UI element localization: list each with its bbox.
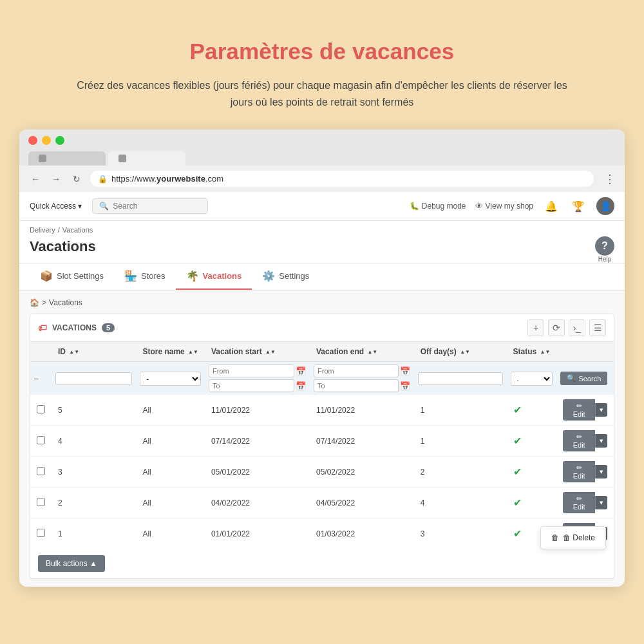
notifications-button[interactable]: 🔔 [542,197,560,215]
reload-button[interactable]: ↻ [70,172,84,186]
end-from-calendar-icon[interactable]: 📅 [400,366,410,376]
row-actions-3: ✏ Edit ▾ [556,457,614,488]
edit-button-4[interactable]: ✏ Edit [563,430,595,451]
help-button[interactable]: ? Help [595,236,614,263]
edit-button-2[interactable]: ✏ Edit [563,492,595,513]
minimize-dot[interactable] [42,136,51,145]
user-avatar[interactable]: 👤 [596,197,614,215]
edit-button-group-5: ✏ Edit ▾ [563,399,607,421]
row-store-3: All [136,457,205,488]
filter-start-from-input[interactable] [209,365,294,377]
export-button[interactable]: ›_ [569,319,585,336]
row-off-days-3: 2 [414,457,507,488]
row-checkbox-5[interactable] [37,405,45,413]
debug-mode-button[interactable]: 🐛 Debug mode [410,202,466,211]
table-section-label: VACATIONS [52,323,97,332]
filter-status-cell: . [507,362,557,395]
columns-button[interactable]: ☰ [589,319,606,336]
row-actions-2: ✏ Edit ▾ [556,488,614,518]
browser-tab-2[interactable] [108,151,185,166]
address-bar: ← → ↻ 🔒 https://www.yourwebsite.com ⋮ [19,166,625,192]
tab-favicon-2 [118,155,126,162]
edit-button-3[interactable]: ✏ Edit [563,461,595,482]
browser-menu-button[interactable]: ⋮ [604,172,616,186]
filter-end-cell: 📅 📅 [310,362,414,395]
filter-end-from-input[interactable] [314,365,399,377]
row-actions-4: ✏ Edit ▾ [556,426,614,457]
vacation-tag-icon: 🏷 [38,323,47,333]
tab-vacations-label: Vacations [203,271,242,281]
start-from-calendar-icon[interactable]: 📅 [296,366,306,376]
tab-settings[interactable]: ⚙️ Settings [252,263,319,290]
filter-offdays-cell [414,362,507,395]
th-actions [556,342,614,362]
th-checkbox [30,342,52,362]
th-off-days[interactable]: Off day(s) ▲▼ [414,342,507,362]
home-icon: 🏠 [30,298,39,307]
refresh-button[interactable]: ⟳ [548,319,565,336]
row-checkbox-2[interactable] [37,498,45,506]
back-button[interactable]: ← [28,172,43,186]
th-store-name[interactable]: Store name ▲▼ [136,342,205,362]
row-checkbox-cell [30,518,52,549]
forward-button[interactable]: → [49,172,63,186]
help-label: Help [598,256,612,263]
tab-vacations[interactable]: 🌴 Vacations [176,263,252,290]
url-bar[interactable]: 🔒 https://www.yourwebsite.com [90,171,594,187]
row-checkbox-1[interactable] [37,529,45,537]
browser-tab-1[interactable] [28,151,106,166]
status-check-icon: ✔ [513,466,522,477]
end-to-calendar-icon[interactable]: 📅 [400,381,410,391]
quick-access-button[interactable]: Quick Access ▾ [30,202,82,211]
help-icon: ? [595,236,614,256]
row-status-2: ✔ [507,488,557,518]
search-bar: 🔍 [92,198,208,214]
filter-status-select[interactable]: . [511,372,553,386]
browser-tabs [28,151,616,166]
th-id[interactable]: ID ▲▼ [52,342,136,362]
th-vacation-end[interactable]: Vacation end ▲▼ [310,342,414,362]
th-vacation-start[interactable]: Vacation start ▲▼ [205,342,310,362]
th-status[interactable]: Status ▲▼ [507,342,557,362]
tab-stores-label: Stores [141,271,166,281]
start-to-calendar-icon[interactable]: 📅 [296,381,306,391]
edit-button-group-3: ✏ Edit ▾ [563,461,607,482]
lock-icon: 🔒 [98,175,108,184]
edit-dropdown-button-5[interactable]: ▾ [595,403,607,417]
edit-button-5[interactable]: ✏ Edit [563,399,595,421]
url-text: https://www.yourwebsite.com [111,174,223,184]
row-vacation-end-5: 11/01/2022 [310,395,414,426]
filter-store-select[interactable]: - [140,372,201,386]
row-off-days-1: 3 [414,518,507,549]
row-checkbox-3[interactable] [37,467,45,475]
page-title: Vacations [30,238,96,261]
delete-button[interactable]: 🗑 🗑 Delete [541,529,605,546]
edit-dropdown-button-2[interactable]: ▾ [595,496,607,509]
offdays-sort-icon: ▲▼ [460,350,470,355]
close-dot[interactable] [28,136,37,145]
filter-search-button[interactable]: 🔍 Search [560,372,607,385]
row-id-2: 2 [52,488,136,518]
filter-id-input[interactable] [55,372,132,385]
maximize-dot[interactable] [55,136,64,145]
edit-button-group-2: ✏ Edit ▾ [563,492,607,513]
trophy-button[interactable]: 🏆 [569,197,587,215]
add-record-button[interactable]: + [527,319,544,336]
view-shop-button[interactable]: 👁 View my shop [475,202,533,211]
filter-start-to-input[interactable] [209,379,294,392]
search-input[interactable] [113,202,196,211]
filter-offdays-input[interactable] [418,372,503,385]
tab-favicon-1 [39,155,46,162]
tab-stores[interactable]: 🏪 Stores [114,263,176,290]
table-row: 4 All 07/14/2022 07/14/2022 1 ✔ ✏ Edit ▾ [30,426,614,457]
row-vacation-end-1: 01/03/2022 [310,518,414,549]
edit-dropdown-button-4[interactable]: ▾ [595,434,607,448]
bulk-actions-button[interactable]: Bulk actions ▲ [38,555,105,572]
delete-dropdown: 🗑 🗑 Delete [540,526,606,549]
tab-slot-settings[interactable]: 📦 Slot Settings [30,263,114,290]
row-vacation-start-5: 11/01/2022 [205,395,310,426]
row-checkbox-4[interactable] [37,436,45,444]
edit-dropdown-button-3[interactable]: ▾ [595,465,607,478]
filter-check-cell: – [30,362,52,395]
filter-end-to-input[interactable] [314,379,399,392]
